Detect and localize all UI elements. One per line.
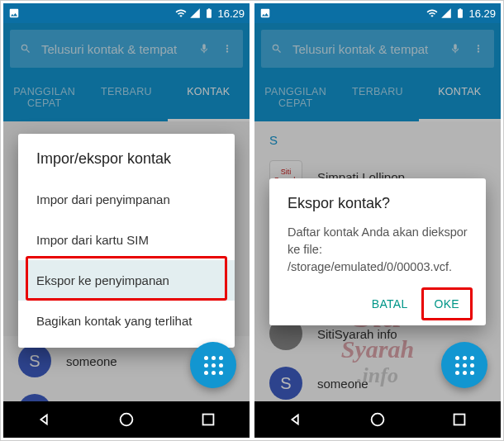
wifi-icon [426,7,438,19]
phone-right: 16.29 Telusuri kontak & tempat PANGGILAN… [254,3,501,438]
back-icon[interactable] [36,410,54,429]
svg-rect-3 [454,415,465,425]
svg-rect-1 [203,415,214,425]
home-icon[interactable] [117,410,136,429]
home-icon[interactable] [368,410,387,429]
dialpad-icon [204,356,223,375]
import-export-dialog: Impor/ekspor kontak Impor dari penyimpan… [18,134,235,348]
back-icon[interactable] [287,410,305,429]
status-time: 16.29 [468,7,496,20]
dialpad-fab[interactable] [441,342,487,388]
status-time: 16.29 [217,7,245,20]
recent-apps-icon[interactable] [450,410,468,429]
svg-point-2 [372,414,384,426]
signal-icon [189,7,201,19]
dialpad-fab[interactable] [190,342,236,388]
status-bar: 16.29 [3,3,250,23]
wifi-icon [175,7,187,19]
battery-icon [203,7,215,19]
dialog-item-export-storage[interactable]: Ekspor ke penyimpanan [18,260,235,301]
image-icon [259,7,271,19]
dialog-message: Daftar kontak Anda akan diekspor ke file… [288,224,468,276]
dialog-item-share-visible[interactable]: Bagikan kontak yang terlihat [18,301,235,341]
navigation-bar [3,401,250,438]
export-confirm-dialog: Ekspor kontak? Daftar kontak Anda akan d… [269,178,486,325]
image-icon [8,7,20,19]
cancel-button[interactable]: BATAL [364,291,416,317]
recent-apps-icon[interactable] [199,410,217,429]
dialog-title: Impor/ekspor kontak [18,134,235,179]
phone-left: 16.29 Telusuri kontak & tempat PANGGILAN… [3,3,250,438]
status-bar: 16.29 [254,3,501,23]
dialog-title: Ekspor kontak? [288,195,468,212]
signal-icon [440,7,452,19]
ok-button[interactable]: OKE [426,291,468,317]
battery-icon [454,7,466,19]
svg-point-0 [121,414,133,426]
dialog-item-import-sim[interactable]: Impor dari kartu SIM [18,220,235,260]
dialpad-icon [455,356,474,375]
dialog-item-import-storage[interactable]: Impor dari penyimpanan [18,179,235,220]
navigation-bar [254,401,501,438]
